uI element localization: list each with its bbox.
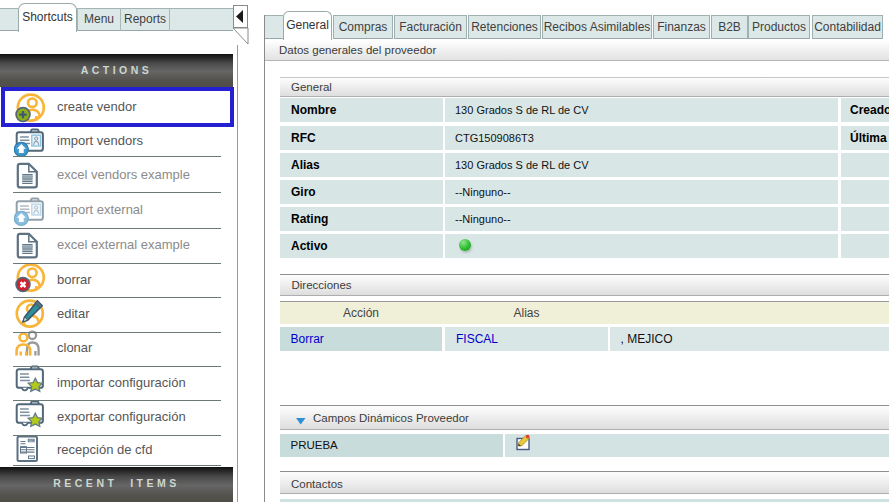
svg-text:001: 001 — [29, 439, 34, 443]
